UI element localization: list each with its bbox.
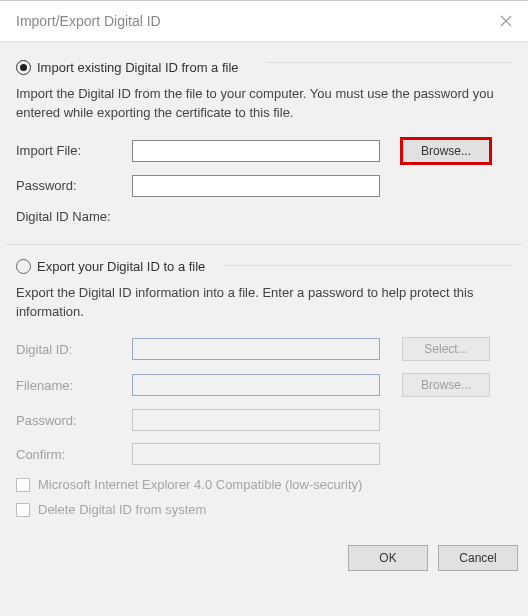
ok-button[interactable]: OK [348, 545, 428, 571]
digital-id-row: Digital ID: Select... [16, 337, 512, 361]
import-description: Import the Digital ID from the file to y… [16, 85, 512, 123]
digital-id-name-label: Digital ID Name: [16, 209, 156, 224]
group-divider [266, 62, 512, 63]
export-password-row: Password: [16, 409, 512, 431]
digital-id-label: Digital ID: [16, 342, 124, 357]
close-icon [500, 15, 512, 27]
ie4-checkbox-row: Microsoft Internet Explorer 4.0 Compatib… [16, 477, 512, 492]
dialog-footer: OK Cancel [0, 537, 528, 581]
group-divider [224, 265, 512, 266]
confirm-label: Confirm: [16, 447, 124, 462]
import-password-input[interactable] [132, 175, 380, 197]
close-button[interactable] [484, 0, 528, 42]
dialog-title: Import/Export Digital ID [16, 13, 161, 29]
import-radio-label: Import existing Digital ID from a file [37, 60, 239, 75]
digital-id-name-row: Digital ID Name: [16, 209, 512, 224]
filename-label: Filename: [16, 378, 124, 393]
export-password-input [132, 409, 380, 431]
import-file-label: Import File: [16, 143, 124, 158]
import-file-input[interactable] [132, 140, 380, 162]
radio-icon [16, 259, 31, 274]
select-button: Select... [402, 337, 490, 361]
import-file-row: Import File: Browse... [16, 139, 512, 163]
browse-button[interactable]: Browse... [402, 139, 490, 163]
delete-checkbox-label: Delete Digital ID from system [38, 502, 206, 517]
export-password-label: Password: [16, 413, 124, 428]
cancel-button[interactable]: Cancel [438, 545, 518, 571]
title-bar: Import/Export Digital ID [0, 0, 528, 42]
digital-id-input [132, 338, 380, 360]
import-password-label: Password: [16, 178, 124, 193]
delete-checkbox-row: Delete Digital ID from system [16, 502, 512, 517]
ie4-checkbox-label: Microsoft Internet Explorer 4.0 Compatib… [38, 477, 362, 492]
import-password-row: Password: [16, 175, 512, 197]
ie4-checkbox [16, 478, 30, 492]
export-browse-button: Browse... [402, 373, 490, 397]
export-radio-label: Export your Digital ID to a file [37, 259, 205, 274]
filename-row: Filename: Browse... [16, 373, 512, 397]
export-group: Export your Digital ID to a file Export … [6, 244, 522, 532]
delete-checkbox [16, 503, 30, 517]
import-group: Import existing Digital ID from a file I… [6, 42, 522, 238]
filename-input [132, 374, 380, 396]
radio-icon [16, 60, 31, 75]
export-description: Export the Digital ID information into a… [16, 284, 512, 322]
export-radio[interactable]: Export your Digital ID to a file [16, 259, 512, 274]
dialog-body: Import existing Digital ID from a file I… [0, 42, 528, 616]
confirm-row: Confirm: [16, 443, 512, 465]
confirm-input [132, 443, 380, 465]
